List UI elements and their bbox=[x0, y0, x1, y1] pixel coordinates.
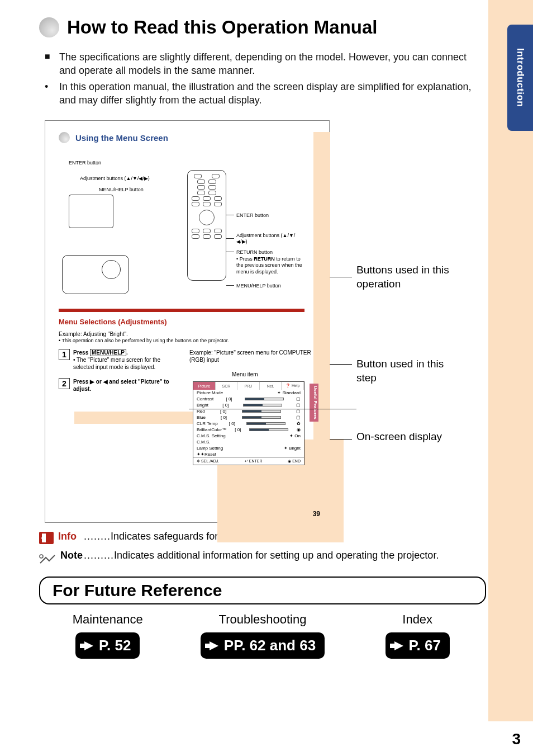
callout-enter: ENTER button bbox=[236, 212, 269, 219]
step-row: 2 Press ▶ or ◀ and select "Picture" to a… bbox=[59, 378, 174, 393]
step-title: Press ▶ or ◀ and select "Picture" to adj… bbox=[73, 379, 169, 392]
annotation-line bbox=[330, 277, 352, 277]
callout-adjust: Adjustment buttons (▲/▼/◀/▶) bbox=[236, 233, 298, 245]
osd-footer: ✥ SEL./ADJ. ↵ ENTER ◉ END bbox=[193, 457, 304, 465]
osd-tabs: Picture SCR PRJ Net. ❓ Help bbox=[193, 382, 304, 390]
annotation-line bbox=[189, 409, 189, 409]
note-icon bbox=[39, 553, 56, 565]
osd-tab: PRJ bbox=[237, 382, 260, 390]
page-ref-text: P. 52 bbox=[99, 637, 131, 654]
intro-item: • In this operation manual, the illustra… bbox=[45, 80, 486, 107]
annotation-line bbox=[189, 409, 356, 409]
osd-screen: Picture SCR PRJ Net. ❓ Help Picture Mode… bbox=[193, 381, 304, 465]
example-page-box: Using the Menu Screen ENTER button Adjus… bbox=[45, 120, 330, 523]
page-reference-badge: P. 67 bbox=[386, 632, 450, 659]
osd-row-label: Bright bbox=[197, 403, 208, 408]
section-divider-bar bbox=[59, 309, 304, 312]
page-ref-text: PP. 62 and 63 bbox=[224, 637, 316, 654]
osd-footer-sel: SEL./ADJ. bbox=[201, 459, 219, 463]
example-description-1: Example: Adjusting "Bright". bbox=[59, 331, 128, 337]
reference-row: Maintenance P. 52 Troubleshooting PP. 62… bbox=[39, 612, 486, 659]
osd-row-label: C.M.S. bbox=[197, 440, 210, 445]
step-subtext: • The "Picture" menu screen for the sele… bbox=[73, 357, 160, 370]
osd-row-label: BrilliantColor™ bbox=[197, 427, 226, 432]
note-text: Indicates additional information for set… bbox=[114, 550, 439, 561]
highlight-step bbox=[74, 412, 197, 424]
future-reference-box: For Future Reference bbox=[39, 577, 486, 604]
callout-return: RETURN button bbox=[236, 249, 273, 256]
page-reference-badge: PP. 62 and 63 bbox=[201, 632, 325, 659]
osd-row-value: Bright bbox=[289, 446, 301, 451]
osd-row: Picture Mode ✦ Standard bbox=[193, 390, 304, 396]
dot-bullet-icon: • bbox=[45, 80, 59, 107]
callout-line bbox=[226, 285, 234, 286]
remote-control-icon bbox=[187, 170, 226, 281]
arrow-right-icon bbox=[394, 641, 403, 650]
osd-row: C.M.S. Setting✦ On bbox=[193, 433, 304, 439]
reference-col: Maintenance P. 52 bbox=[41, 612, 174, 659]
annotation-buttons: Buttons used in this operation bbox=[356, 263, 457, 291]
osd-row-label: Blue bbox=[197, 415, 206, 420]
svg-point-0 bbox=[40, 555, 43, 558]
osd-tab: Net. bbox=[260, 382, 282, 390]
intro-item: ■ The specifications are slightly differ… bbox=[45, 50, 486, 78]
step-row: 1 Press MENU/HELP. • The "Picture" menu … bbox=[59, 349, 174, 371]
osd-tab: Picture bbox=[193, 382, 216, 390]
callout-return-desc: • Press RETURN to return to the previous… bbox=[236, 256, 302, 275]
reference-label: Index bbox=[351, 612, 484, 627]
sample-side-tab: Useful Features bbox=[310, 384, 318, 422]
annotation-line bbox=[330, 439, 352, 440]
section-tab-label: Introduction bbox=[515, 48, 526, 107]
info-label: Info bbox=[58, 531, 77, 542]
page-number: 3 bbox=[512, 730, 521, 748]
osd-footer-end: END bbox=[292, 459, 301, 463]
osd-caption: Example: "Picture" screen menu for COMPU… bbox=[189, 349, 320, 363]
example-body: ENTER button Adjustment buttons (▲/▼/◀/▶… bbox=[59, 160, 320, 518]
dots: ........ bbox=[84, 531, 111, 542]
annotation-osd: On-screen display bbox=[356, 430, 457, 444]
reference-col: Troubleshooting PP. 62 and 63 bbox=[196, 612, 329, 659]
example-heading-row: Using the Menu Screen bbox=[59, 132, 320, 143]
intro-list: ■ The specifications are slightly differ… bbox=[45, 50, 486, 107]
osd-tab: ❓ Help bbox=[282, 382, 304, 390]
menu-help-label: MENU/HELP button bbox=[99, 187, 144, 192]
annotation-line bbox=[330, 364, 352, 365]
page-title: How to Read this Operation Manual bbox=[67, 17, 378, 38]
osd-row: Bright[ 0]▢ bbox=[193, 402, 304, 408]
arrow-right-icon bbox=[210, 641, 218, 650]
example-heading: Using the Menu Screen bbox=[75, 133, 168, 143]
page-content: How to Read this Operation Manual ■ The … bbox=[39, 17, 486, 659]
example-description-2: • This operation can also be performed b… bbox=[59, 338, 229, 343]
osd-row: Lamp Setting✦ Bright bbox=[193, 445, 304, 451]
osd-row-label: Lamp Setting bbox=[197, 446, 223, 451]
callout-line bbox=[226, 252, 234, 252]
osd-row: Contrast[ 0]▢ bbox=[193, 396, 304, 402]
osd-row: BrilliantColor™[ 0]◉ bbox=[193, 427, 304, 433]
osd-row-label: C.M.S. Setting bbox=[197, 433, 226, 438]
small-bullet-icon bbox=[59, 132, 70, 143]
section-subtitle: Menu Selections (Adjustments) bbox=[59, 318, 167, 326]
title-bullet-icon bbox=[39, 17, 59, 37]
osd-row-value: Standard bbox=[283, 390, 301, 395]
step-text: Press MENU/HELP. • The "Picture" menu sc… bbox=[73, 349, 174, 371]
osd-row-label: Red bbox=[197, 409, 205, 414]
osd-row-label: CLR Temp bbox=[197, 421, 218, 426]
adjustment-buttons-label: Adjustment buttons (▲/▼/◀/▶) bbox=[80, 176, 150, 181]
example-page-number: 39 bbox=[313, 510, 320, 518]
title-row: How to Read this Operation Manual bbox=[39, 17, 486, 38]
future-reference-heading: For Future Reference bbox=[53, 581, 473, 600]
osd-row-label: Contrast bbox=[197, 396, 213, 401]
note-row: Note.........Indicates additional inform… bbox=[39, 550, 486, 565]
projector-body-icon bbox=[62, 255, 129, 294]
reference-label: Troubleshooting bbox=[196, 612, 329, 627]
step-text: Press ▶ or ◀ and select "Picture" to adj… bbox=[73, 378, 174, 393]
osd-row: CLR Temp[ 0]✿ bbox=[193, 420, 304, 427]
reference-label: Maintenance bbox=[41, 612, 174, 627]
reference-col: Index P. 67 bbox=[351, 612, 484, 659]
page-reference-badge: P. 52 bbox=[75, 632, 140, 659]
osd-footer-enter: ENTER bbox=[249, 459, 263, 463]
intro-text: The specifications are slightly differen… bbox=[59, 50, 486, 78]
osd-row-value: On bbox=[294, 433, 301, 438]
menu-item-label: Menu item bbox=[232, 371, 258, 377]
page-ref-text: P. 67 bbox=[409, 637, 441, 654]
